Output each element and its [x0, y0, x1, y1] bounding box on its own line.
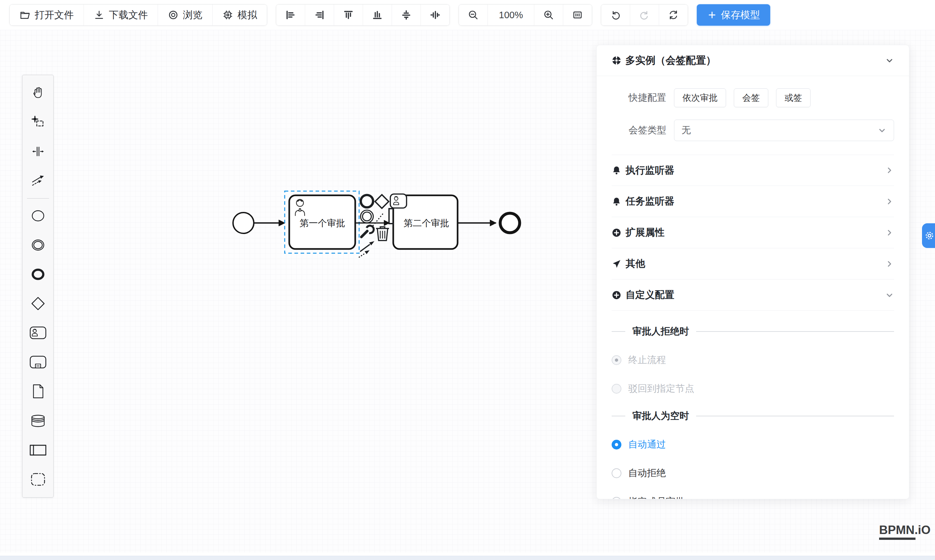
space-tool-icon	[31, 145, 45, 158]
radio-return-to-node[interactable]: 驳回到指定节点	[612, 382, 894, 395]
file-group: 打开文件 下载文件 浏览 模拟	[9, 4, 267, 26]
start-event-shape[interactable]	[233, 212, 254, 233]
palette-participant-pool[interactable]	[22, 435, 53, 465]
section-task-listener[interactable]: 任务监听器	[612, 186, 894, 217]
sign-type-label: 会签类型	[612, 124, 666, 137]
section-custom-config[interactable]: 自定义配置	[612, 280, 894, 311]
palette-data-store[interactable]	[22, 406, 53, 435]
simulate-label: 模拟	[238, 8, 257, 22]
zoom-out-icon	[468, 9, 479, 20]
align-top-icon	[343, 9, 354, 20]
zoom-out-button[interactable]	[459, 5, 488, 25]
section-execution-listener[interactable]: 执行监听器	[612, 155, 894, 186]
chevron-down-icon[interactable]	[885, 56, 894, 65]
history-group	[601, 4, 688, 26]
download-file-button[interactable]: 下载文件	[84, 5, 158, 25]
chevron-right-icon	[885, 228, 894, 237]
radio-terminate-process[interactable]: 终止流程	[612, 354, 894, 367]
bpmn-io-logo-text: BPMN.iO	[879, 523, 930, 537]
undo-button[interactable]	[601, 5, 630, 25]
align-bottom-button[interactable]	[363, 5, 392, 25]
pad-change-type-wrench[interactable]	[361, 226, 374, 237]
radio-icon	[612, 497, 621, 499]
palette-group[interactable]	[22, 465, 53, 494]
save-model-button[interactable]: 保存模型	[697, 4, 770, 26]
quick-option-countersign[interactable]: 会签	[734, 88, 768, 107]
quick-option-orsign[interactable]: 或签	[776, 88, 810, 107]
radio-auto-pass[interactable]: 自动通过	[612, 438, 894, 451]
fit-viewport-icon	[572, 9, 583, 20]
zoom-level-value: 100%	[488, 5, 534, 25]
palette-data-object[interactable]	[22, 377, 53, 406]
subprocess-icon	[29, 355, 46, 369]
chevron-down-icon	[885, 291, 894, 300]
send-icon	[612, 259, 621, 269]
hand-tool[interactable]	[22, 78, 53, 108]
pad-append-text-annotation[interactable]	[373, 209, 394, 226]
multi-instance-icon	[612, 55, 621, 65]
empty-group-header: 审批人为空时	[612, 409, 894, 423]
lasso-tool[interactable]	[22, 108, 53, 137]
lasso-tool-icon	[31, 115, 45, 129]
plus-circle-icon	[612, 290, 621, 300]
align-middle-vertical-button[interactable]	[421, 5, 449, 25]
chevron-right-icon	[885, 259, 894, 268]
section-other[interactable]: 其他	[612, 248, 894, 280]
align-center-horizontal-button[interactable]	[392, 5, 421, 25]
end-event-shape[interactable]	[500, 213, 520, 233]
divider	[597, 76, 909, 76]
multi-instance-header[interactable]: 多实例（会签配置）	[612, 45, 894, 76]
align-top-button[interactable]	[334, 5, 363, 25]
data-store-icon	[31, 414, 46, 428]
palette-intermediate-event[interactable]	[22, 231, 53, 260]
plus-icon	[707, 10, 717, 20]
task-first-approval[interactable]: 第一个审批	[289, 195, 355, 249]
pad-delete-trash[interactable]	[376, 227, 389, 240]
open-file-button[interactable]: 打开文件	[10, 5, 84, 25]
align-left-button[interactable]	[276, 5, 305, 25]
intermediate-event-icon	[31, 238, 46, 252]
restart-button[interactable]	[659, 5, 688, 25]
simulate-button[interactable]: 模拟	[212, 5, 267, 25]
redo-icon	[639, 9, 650, 20]
align-left-icon	[285, 9, 296, 20]
settings-side-tab[interactable]	[922, 223, 935, 248]
participant-pool-icon	[29, 445, 46, 456]
pad-append-end-event[interactable]	[361, 195, 373, 208]
radio-icon	[612, 355, 621, 365]
align-right-button[interactable]	[305, 5, 334, 25]
redo-button[interactable]	[630, 5, 659, 25]
quick-config-label: 快捷配置	[612, 91, 666, 104]
global-connect-tool[interactable]	[22, 166, 53, 195]
preview-icon	[168, 9, 179, 20]
chevron-down-icon	[878, 126, 887, 135]
sign-type-select[interactable]: 无	[674, 120, 894, 141]
hand-tool-icon	[31, 86, 45, 100]
save-model-label: 保存模型	[721, 8, 760, 22]
preview-button[interactable]: 浏览	[158, 5, 212, 25]
radio-icon	[612, 384, 621, 394]
palette-start-event[interactable]	[22, 201, 53, 231]
pad-append-gateway[interactable]	[375, 195, 389, 208]
bpmn-io-logo[interactable]: BPMN.iO	[879, 523, 930, 540]
radio-designate-member[interactable]: 指定成员审批	[612, 495, 894, 499]
bpmn-io-logo-underline	[879, 538, 915, 540]
pad-connect-tool[interactable]	[359, 241, 374, 257]
section-extended-properties[interactable]: 扩展属性	[612, 217, 894, 248]
zoom-in-button[interactable]	[534, 5, 563, 25]
quick-option-sequential[interactable]: 依次审批	[674, 88, 726, 107]
pad-append-user-task[interactable]	[390, 194, 407, 208]
space-tool[interactable]	[22, 137, 53, 166]
fit-viewport-button[interactable]	[563, 5, 592, 25]
pad-append-intermediate-event[interactable]	[361, 210, 374, 223]
zoom-in-icon	[543, 9, 554, 20]
download-file-label: 下载文件	[109, 8, 148, 22]
user-task-icon	[29, 326, 46, 339]
sign-type-row: 会签类型 无	[612, 120, 894, 141]
palette-subprocess[interactable]	[22, 348, 53, 377]
palette-gateway[interactable]	[22, 289, 53, 318]
reject-group-header: 审批人拒绝时	[612, 325, 894, 338]
palette-end-event[interactable]	[22, 260, 53, 289]
palette-user-task[interactable]	[22, 318, 53, 348]
radio-auto-reject[interactable]: 自动拒绝	[612, 467, 894, 480]
